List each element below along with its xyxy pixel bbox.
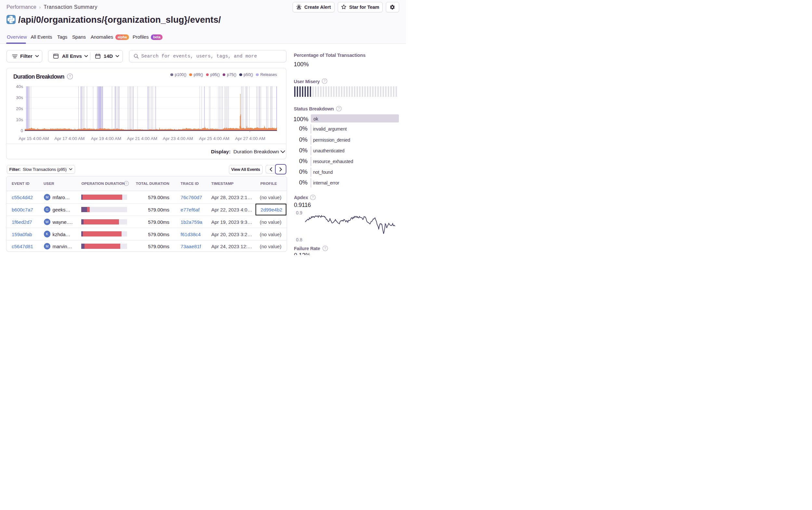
svg-text:?: ? bbox=[324, 246, 326, 250]
